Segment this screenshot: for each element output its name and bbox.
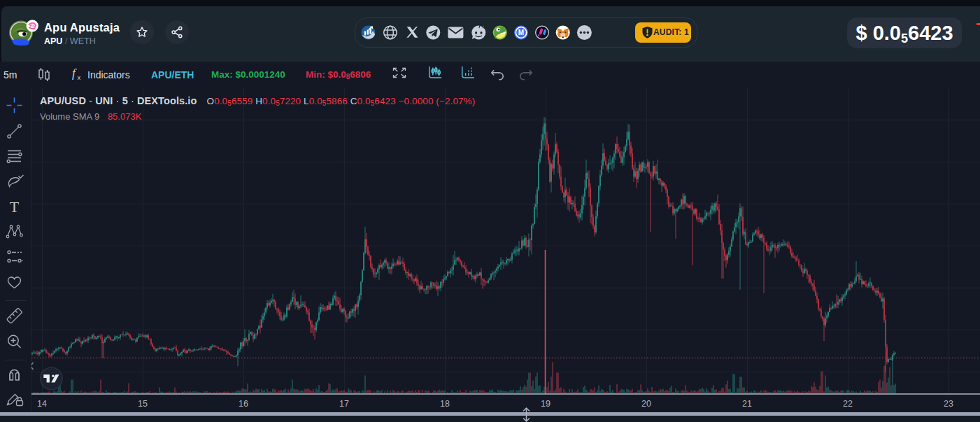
svg-text:17: 17 bbox=[339, 399, 349, 409]
svg-text:T: T bbox=[10, 198, 20, 216]
svg-text:16: 16 bbox=[239, 399, 248, 409]
svg-text:20: 20 bbox=[641, 399, 651, 409]
svg-text:f: f bbox=[72, 66, 77, 80]
svg-text:18: 18 bbox=[440, 399, 450, 409]
svg-text:19: 19 bbox=[541, 399, 551, 409]
svg-text:21: 21 bbox=[742, 399, 752, 409]
svg-text:x: x bbox=[78, 73, 81, 81]
svg-text:23: 23 bbox=[944, 399, 953, 409]
svg-text:14: 14 bbox=[37, 399, 47, 409]
svg-text:M: M bbox=[518, 29, 524, 36]
svg-text:22: 22 bbox=[843, 399, 853, 409]
svg-text:15: 15 bbox=[138, 399, 148, 409]
